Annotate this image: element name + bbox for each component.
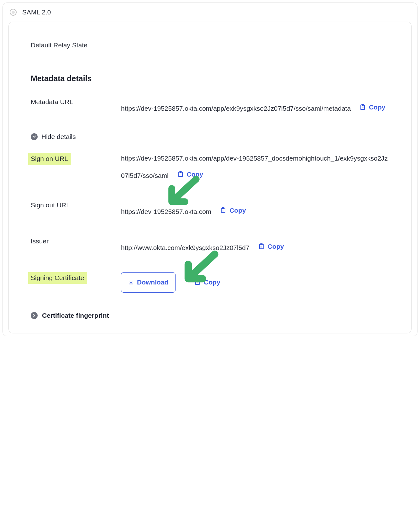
metadata-card: Default Relay State Metadata details Met… bbox=[8, 22, 412, 333]
hide-details-label: Hide details bbox=[41, 133, 76, 141]
radio-icon bbox=[10, 9, 17, 16]
signing-certificate-row: Signing Certificate Download Copy bbox=[31, 272, 389, 293]
sign-on-url-value-col: https://dev-19525857.okta.com/app/dev-19… bbox=[121, 153, 389, 181]
issuer-value-col: http://www.okta.com/exk9ysgxkso2Jz07l5d7… bbox=[121, 236, 389, 253]
default-relay-state-row: Default Relay State bbox=[31, 40, 389, 50]
signing-certificate-actions: Download Copy bbox=[121, 272, 389, 293]
sign-on-url-value: https://dev-19525857.okta.com/app/dev-19… bbox=[121, 155, 388, 179]
sign-on-url-row: Sign on URL https://dev-19525857.okta.co… bbox=[31, 153, 389, 181]
signing-certificate-label-text: Signing Certificate bbox=[28, 272, 87, 284]
copy-label: Copy bbox=[229, 205, 246, 216]
download-button[interactable]: Download bbox=[121, 272, 176, 293]
download-icon bbox=[128, 279, 134, 285]
signing-certificate-label: Signing Certificate bbox=[31, 272, 108, 284]
chevron-right-icon bbox=[31, 312, 38, 319]
sign-on-url-label: Sign on URL bbox=[31, 153, 108, 165]
sign-on-url-copy[interactable]: Copy bbox=[177, 169, 203, 180]
issuer-copy[interactable]: Copy bbox=[258, 241, 284, 252]
certificate-fingerprint-label: Certificate fingerprint bbox=[42, 312, 109, 319]
issuer-row: Issuer http://www.okta.com/exk9ysgxkso2J… bbox=[31, 236, 389, 253]
metadata-url-value: https://dev-19525857.okta.com/app/exk9ys… bbox=[121, 105, 351, 112]
metadata-details-heading: Metadata details bbox=[31, 74, 389, 83]
sign-on-url-label-text: Sign on URL bbox=[28, 153, 71, 165]
clipboard-icon bbox=[220, 207, 226, 214]
copy-label: Copy bbox=[187, 169, 203, 180]
sign-out-url-label: Sign out URL bbox=[31, 200, 108, 210]
copy-label: Copy bbox=[369, 102, 386, 113]
hide-details-toggle[interactable]: Hide details bbox=[31, 133, 76, 141]
clipboard-icon bbox=[258, 243, 265, 250]
metadata-url-label: Metadata URL bbox=[31, 97, 108, 107]
sign-out-url-row: Sign out URL https://dev-19525857.okta.c… bbox=[31, 200, 389, 217]
metadata-url-copy[interactable]: Copy bbox=[360, 102, 386, 113]
signing-certificate-copy[interactable]: Copy bbox=[194, 277, 220, 288]
sign-out-url-copy[interactable]: Copy bbox=[220, 205, 246, 216]
copy-label: Copy bbox=[268, 241, 284, 252]
default-relay-state-label: Default Relay State bbox=[31, 40, 108, 50]
download-label: Download bbox=[137, 277, 168, 288]
clipboard-icon bbox=[194, 279, 201, 286]
issuer-label: Issuer bbox=[31, 236, 108, 246]
issuer-value: http://www.okta.com/exk9ysgxkso2Jz07l5d7 bbox=[121, 244, 249, 251]
certificate-fingerprint-toggle[interactable]: Certificate fingerprint bbox=[31, 312, 109, 319]
clipboard-icon bbox=[177, 171, 184, 178]
clipboard-icon bbox=[360, 104, 366, 111]
saml-radio-row[interactable]: SAML 2.0 bbox=[10, 8, 412, 16]
sign-out-url-value-col: https://dev-19525857.okta.com Copy bbox=[121, 200, 389, 217]
metadata-url-row: Metadata URL https://dev-19525857.okta.c… bbox=[31, 97, 389, 114]
saml-panel: SAML 2.0 Default Relay State Metadata de… bbox=[3, 3, 417, 336]
metadata-url-value-col: https://dev-19525857.okta.com/app/exk9ys… bbox=[121, 97, 389, 114]
chevron-down-icon bbox=[31, 133, 38, 140]
copy-label: Copy bbox=[204, 277, 220, 288]
sign-out-url-value: https://dev-19525857.okta.com bbox=[121, 208, 211, 215]
radio-label: SAML 2.0 bbox=[22, 8, 51, 16]
